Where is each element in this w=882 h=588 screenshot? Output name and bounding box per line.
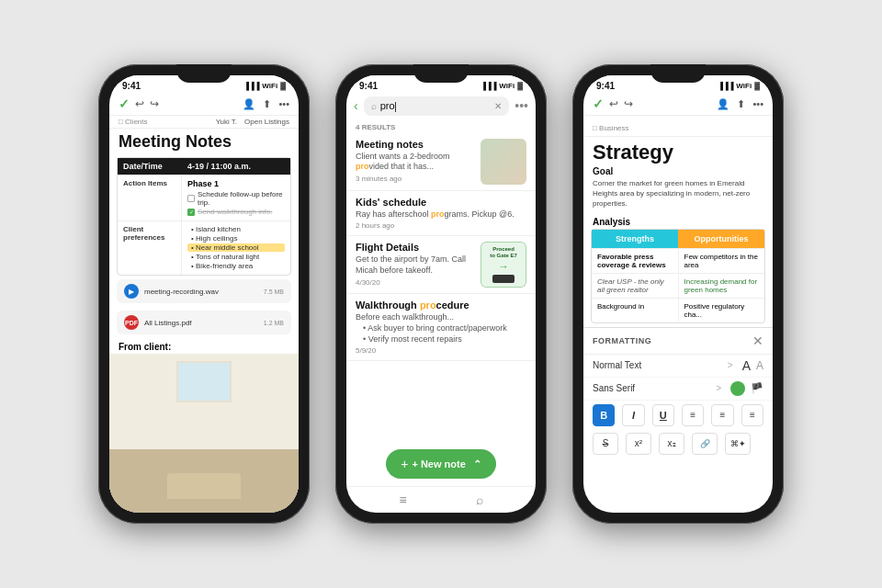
align-right-button[interactable]: ≡ [741,404,763,426]
time-3: 9:41 [596,81,615,91]
more-icon[interactable]: ••• [278,98,289,109]
audio-filename[interactable]: meeting-recording.wav [144,288,258,296]
checkbox-1[interactable] [187,195,195,202]
result-3-time: 4/30/20 [356,278,473,287]
superscript-button[interactable]: x² [626,433,651,455]
share-icon-3[interactable]: ⬆ [737,98,745,110]
battery-icon: ▓ [280,82,286,90]
room-thumbnail [481,139,526,185]
pdf-size: 1.2 MB [264,320,284,326]
pdf-filename[interactable]: All Listings.pdf [144,319,258,327]
fmt-title: FORMATTING [593,336,752,345]
room-sofa [167,473,241,499]
search-icon: ⌕ [371,101,377,111]
signal-icon: ▐▐▐ [243,82,259,90]
phone-3: 9:41 ▐▐▐ WiFi ▓ ✓ ↩ ↪ 👤 ⬆ ••• [572,64,784,524]
align-left-button[interactable]: ≡ [682,404,704,426]
hamburger-icon[interactable]: ≡ [399,492,406,507]
cursor [395,102,396,112]
check-icon[interactable]: ✓ [119,96,130,111]
breadcrumb-3: □ Business [583,116,773,137]
prefs-list: • Island kitchen • High ceilings • Near … [187,225,285,270]
th-datetime: Date/Time [118,158,182,175]
flag-icon[interactable]: 🏴 [751,382,763,394]
fmt-row-sans-serif: Sans Serif > 🏴 [583,378,773,401]
p3-cell-1-1: Favorable press coverage & reviews [592,249,679,273]
undo-icon-3[interactable]: ↩ [609,97,618,110]
result-1[interactable]: Meeting notes Client wants a 2-bedroom p… [346,133,536,191]
fmt-normal-text-label[interactable]: Normal Text [593,360,722,370]
chevron-sans-serif[interactable]: > [716,383,721,393]
search-input[interactable]: pro [380,100,492,112]
notch-1 [176,64,232,83]
check-icon-3[interactable]: ✓ [593,96,604,111]
fmt-text-buttons: B I U ≡ ≡ ≡ [583,401,773,430]
breadcrumb-1: □ Clients [119,118,148,126]
italic-button[interactable]: I [622,404,644,426]
th-date-value: 4-19 / 11:00 a.m. [182,158,256,175]
result-3[interactable]: Flight Details Get to the airport by 7am… [346,236,536,294]
p3-analysis-title: Analysis [583,213,773,229]
fmt-sans-serif-label[interactable]: Sans Serif [593,383,710,393]
person-icon-3[interactable]: 👤 [717,98,729,110]
open-listings-link[interactable]: Open Listings [244,118,289,126]
p3-title: Strategy [583,137,773,166]
status-icons-1: ▐▐▐ WiFi ▓ [243,82,286,90]
phone-2: 9:41 ▐▐▐ WiFi ▓ ‹ ⌕ pro ✕ [335,64,547,524]
qr-code [492,275,514,284]
yuki-link[interactable]: Yuki T. [216,118,237,126]
notch-2 [413,64,469,83]
color-dot[interactable] [730,381,745,396]
file-pdf: PDF All Listings.pdf 1.2 MB [117,311,291,334]
status-icons-3: ▐▐▐ WiFi ▓ [718,82,760,90]
back-button[interactable]: ‹ [354,98,358,113]
highlight-1: pro [356,162,369,171]
result-1-text: Meeting notes Client wants a 2-bedroom p… [356,139,473,185]
wifi-icon-3: WiFi [736,82,752,90]
result-2[interactable]: Kids' schedule Ray has afterschool progr… [346,191,536,237]
more-icon-2[interactable]: ••• [514,98,528,113]
new-note-button[interactable]: + + New note ⌃ [386,449,496,479]
special-button[interactable]: ⌘✦ [725,433,751,455]
more-icon-3[interactable]: ••• [752,98,763,109]
bottom-bar-2: ≡ ⌕ [346,486,536,513]
font-size-small[interactable]: A [756,359,763,372]
redo-icon-3[interactable]: ↪ [624,97,633,110]
result-3-text: Flight Details Get to the airport by 7am… [356,242,473,288]
p3-body: Corner the market for green homes in Eme… [583,178,773,213]
share-icon[interactable]: ⬆ [263,98,271,110]
font-size-large[interactable]: A [742,358,751,373]
highlight-3: pro [420,300,436,311]
wifi-icon: WiFi [262,82,277,90]
bold-button[interactable]: B [593,404,615,426]
result-4-text: Walkthrough procedure Before each walkth… [356,300,526,355]
status-icons-2: ▐▐▐ WiFi ▓ [481,82,523,90]
scene: 9:41 ▐▐▐ WiFi ▓ ✓ ↩ ↪ 👤 ⬆ ••• [80,46,802,542]
pref-2: • High ceilings [187,234,285,243]
result-2-title: Kids' schedule [356,197,526,208]
person-icon[interactable]: 👤 [243,98,255,110]
search-bar[interactable]: ⌕ pro ✕ [364,96,510,116]
result-4[interactable]: Walkthrough procedure Before each walkth… [346,294,536,361]
checkbox-2[interactable]: ✓ [187,209,195,216]
align-center-button[interactable]: ≡ [711,404,733,426]
undo-icon[interactable]: ↩ [135,97,144,110]
fmt-close-button[interactable]: ✕ [752,334,763,348]
link-button[interactable]: 🔗 [692,433,718,455]
from-client-label: From client: [109,338,299,354]
battery-icon-2: ▓ [517,82,523,90]
search-bottom-icon[interactable]: ⌕ [476,492,483,507]
underline-button[interactable]: U [652,404,674,426]
strikethrough-button[interactable]: S [593,433,618,455]
p1-table-header: Date/Time 4-19 / 11:00 a.m. [118,158,290,175]
phone-1: 9:41 ▐▐▐ WiFi ▓ ✓ ↩ ↪ 👤 ⬆ ••• [98,64,310,524]
expand-icon[interactable]: ⌃ [473,458,481,470]
subscript-button[interactable]: x₂ [659,433,684,455]
clear-icon[interactable]: ✕ [494,101,502,111]
result-4-time: 5/9/20 [356,346,526,355]
audio-size: 7.5 MB [264,288,284,295]
chevron-normal-text[interactable]: > [728,360,733,370]
result-4-title: Walkthrough procedure [356,300,526,311]
redo-icon[interactable]: ↪ [150,97,159,110]
results-count: 4 RESULTS [346,119,536,133]
